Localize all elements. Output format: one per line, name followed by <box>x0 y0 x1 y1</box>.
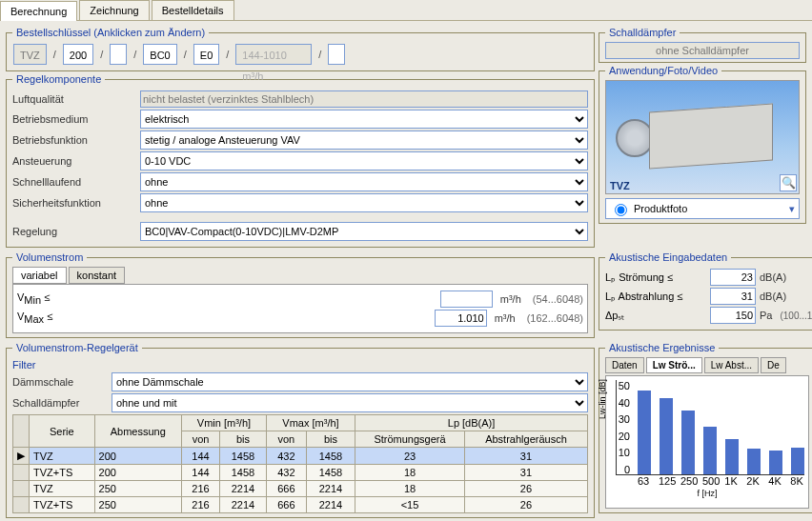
chart-bar <box>703 427 717 474</box>
label-bfunk: Betriebsfunktion <box>12 134 136 146</box>
volstrom-fieldset: Volumenstrom variabel konstant VMin ≤ m³… <box>6 251 595 338</box>
chart-tab-daten[interactable]: Daten <box>605 357 644 373</box>
th-strom: Strömungsgerä <box>355 431 465 448</box>
product-photo: TVZ 🔍 <box>605 80 800 194</box>
vmax-range: (162...6048) <box>527 312 583 324</box>
table-row[interactable]: TVZ+TS200 1441458 4321458 1831 <box>13 465 588 481</box>
chart-ylabel: Lw-lin [dB] <box>598 379 607 419</box>
lp-abstr-label: Lₚ Abstrahlung ≤ <box>605 291 710 303</box>
th-vmin[interactable]: Vmin [m³/h] <box>182 415 267 431</box>
filter-sublegend: Filter <box>12 359 588 371</box>
vmin-unit: m³/h <box>500 293 521 305</box>
akustout-fieldset: Akustische Ergebnisse Daten Lw Strö... L… <box>599 342 812 513</box>
results-table: Serie Abmessung Vmin [m³/h] Vmax [m³/h] … <box>12 414 588 513</box>
code-empty2[interactable] <box>328 44 345 65</box>
anwendung-fieldset: Anwendung/Foto/Video TVZ 🔍 Produktfoto ▾ <box>599 65 806 224</box>
select-bfunk[interactable]: stetig / analoge Ansteuerung VAV <box>140 130 588 150</box>
chart: Lw-lin [dB] 50403020100 631252505001K2K4… <box>605 375 809 509</box>
label-betr: Betriebsmedium <box>12 113 136 125</box>
tab-konstant[interactable]: konstant <box>69 267 126 284</box>
dpst-range: (100...1000) <box>780 311 812 321</box>
code-tvz[interactable]: TVZ <box>13 44 47 65</box>
damm-label: Dämmschale <box>12 376 108 388</box>
dropdown-icon[interactable]: ▾ <box>789 203 795 215</box>
chart-bar <box>747 449 761 474</box>
akustin-fieldset: Akustische Eingabedaten Lₚ Strömung ≤ dB… <box>599 251 812 331</box>
vmin-range: (54...6048) <box>533 293 583 305</box>
select-schall[interactable]: ohne und mit <box>112 393 588 412</box>
select-betr[interactable]: elektrisch <box>140 110 588 129</box>
regel-legend: Regelkomponente <box>12 73 105 85</box>
regel-fieldset: Regelkomponente Luftqualität Betriebsmed… <box>6 73 595 248</box>
lp-abstr-unit: dB(A) <box>760 291 786 302</box>
code-flow[interactable]: 144-1010 m³/h <box>235 44 312 65</box>
dpst-unit: Pa <box>760 310 772 321</box>
akustout-legend: Akustische Ergebnisse <box>605 342 719 353</box>
radio-label: Produktfoto <box>634 203 687 214</box>
tab-zeichnung[interactable]: Zeichnung <box>79 0 149 20</box>
anwendung-legend: Anwendung/Foto/Video <box>605 65 721 76</box>
lp-stroemung-label: Lₚ Strömung ≤ <box>605 271 710 284</box>
radio-produktfoto[interactable] <box>615 204 627 216</box>
chart-tab-lwstroe[interactable]: Lw Strö... <box>646 357 702 373</box>
select-regelung[interactable]: BC0|VAV-Compact(0-10VDC)|LMV-D2MP <box>140 222 588 241</box>
label-anst: Ansteuerung <box>12 155 136 167</box>
label-regelung: Regelung <box>12 226 136 237</box>
vmax-label: VMax ≤ <box>17 311 55 325</box>
chart-bar <box>769 451 782 474</box>
th-serie[interactable]: Serie <box>30 415 95 448</box>
tab-bestelldetails[interactable]: Bestelldetails <box>152 0 234 20</box>
filter-legend: Volumenstrom-Regelgerät <box>12 342 142 353</box>
chart-bar <box>725 439 739 474</box>
chart-bar <box>638 391 651 474</box>
main-tabs: Berechnung Zeichnung Bestelldetails <box>0 0 812 20</box>
chart-bar <box>681 411 695 474</box>
akustin-legend: Akustische Eingabedaten <box>605 251 731 263</box>
vmin-input[interactable] <box>440 291 493 308</box>
tab-berechnung[interactable]: Berechnung <box>0 1 77 21</box>
th-lp[interactable]: Lp [dB(A)] <box>355 415 588 431</box>
dpst-label: Δpₛₜ <box>605 310 710 322</box>
silencer-value <box>605 42 800 59</box>
tab-variabel[interactable]: variabel <box>12 267 67 284</box>
chart-tab-lwabst[interactable]: Lw Abst... <box>704 357 759 373</box>
th-abst: Abstrahlgeräusch <box>464 431 587 448</box>
th-abm[interactable]: Abmessung <box>94 415 181 448</box>
silencer-fieldset: Schalldämpfer <box>599 27 806 63</box>
select-anst[interactable]: 0-10 VDC <box>140 151 588 170</box>
lp-stroemung-input[interactable] <box>710 269 756 286</box>
label-luft: Luftqualität <box>12 93 136 105</box>
code-bc0[interactable]: BC0 <box>143 44 176 65</box>
vmin-label: VMin ≤ <box>17 291 55 306</box>
dpst-input[interactable] <box>710 307 756 324</box>
select-damm[interactable]: ohne Dämmschale <box>112 372 588 391</box>
chart-tab-de[interactable]: De <box>761 357 786 373</box>
lp-abstr-input[interactable] <box>710 288 756 305</box>
select-schnell[interactable]: ohne <box>140 172 588 191</box>
table-row[interactable]: TVZ+TS250 2162214 6662214 <1526 <box>13 497 588 513</box>
th-vmax[interactable]: Vmax [m³/h] <box>266 415 355 431</box>
duct-icon <box>616 119 654 157</box>
silencer-legend: Schalldämpfer <box>605 27 680 38</box>
vmax-unit: m³/h <box>495 312 516 324</box>
table-row[interactable]: ▶ TVZ200 1441458 4321458 2331 <box>13 448 588 465</box>
select-sich[interactable]: ohne <box>140 193 588 212</box>
th-vmax-von: von <box>266 431 306 448</box>
chart-bar <box>660 398 673 474</box>
orderkey-fieldset: Bestellschlüssel (Anklicken zum Ändern) … <box>6 27 595 71</box>
orderkey-legend: Bestellschlüssel (Anklicken zum Ändern) <box>12 27 209 38</box>
vmax-input[interactable] <box>435 310 487 327</box>
input-luft <box>140 90 588 108</box>
table-row[interactable]: TVZ250 2162214 6662214 1826 <box>13 481 588 497</box>
lp-stroemung-unit: dB(A) <box>760 271 786 283</box>
schall-label: Schalldämpfer <box>12 397 108 409</box>
th-vmax-bis: bis <box>306 431 355 448</box>
code-size[interactable]: 200 <box>63 44 93 65</box>
code-empty1[interactable] <box>110 44 127 65</box>
photo-caption: TVZ <box>610 180 630 191</box>
code-e0[interactable]: E0 <box>193 44 219 65</box>
zoom-icon[interactable]: 🔍 <box>780 174 797 191</box>
chart-bar <box>791 448 804 474</box>
chart-xlabel: f [Hz] <box>610 489 804 498</box>
th-vmin-bis: bis <box>220 431 267 448</box>
